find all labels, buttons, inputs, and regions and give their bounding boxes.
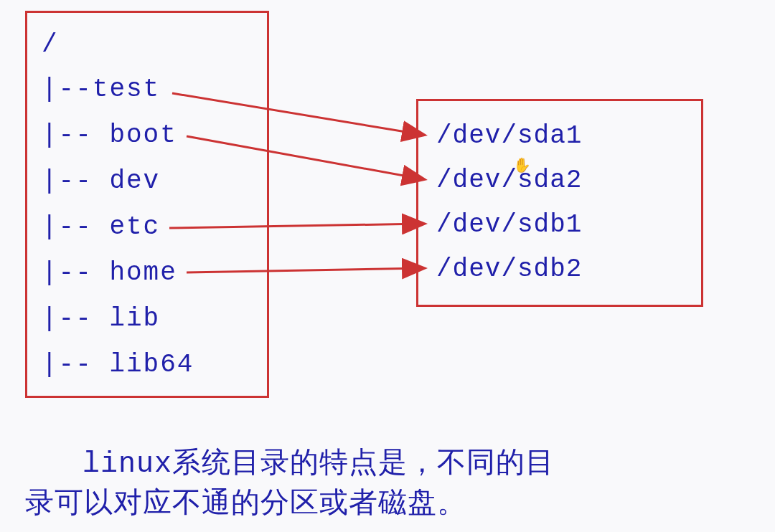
- tree-item-etc: |-- etc: [42, 204, 253, 250]
- device-item-sdb2: /dev/sdb2: [436, 247, 683, 292]
- caption-line1-prefix: linux: [83, 448, 172, 480]
- tree-item-dev: |-- dev: [42, 158, 253, 204]
- caption-line2: 录可以对应不通的分区或者磁盘。: [25, 488, 466, 521]
- device-list-box: /dev/sda1 /dev/sda2 /dev/sdb1 /dev/sdb2: [416, 99, 703, 307]
- tree-item-home: |-- home: [42, 250, 253, 296]
- caption-text: linux系统目录的特点是，不同的目 录可以对应不通的分区或者磁盘。: [25, 445, 728, 525]
- device-item-sdb1: /dev/sdb1: [436, 203, 683, 247]
- directory-tree-box: / |--test |-- boot |-- dev |-- etc |-- h…: [25, 11, 269, 398]
- tree-item-lib64: |-- lib64: [42, 342, 253, 388]
- grab-cursor-icon: ✋: [513, 156, 531, 174]
- device-item-sda2: /dev/sda2: [436, 158, 683, 203]
- tree-item-boot: |-- boot: [42, 113, 253, 158]
- caption-line1-rest: 系统目录的特点是，不同的目: [172, 448, 555, 480]
- tree-item-test: |--test: [42, 67, 253, 113]
- tree-root: /: [42, 24, 253, 67]
- tree-item-lib: |-- lib: [42, 296, 253, 342]
- device-item-sda1: /dev/sda1: [436, 114, 683, 158]
